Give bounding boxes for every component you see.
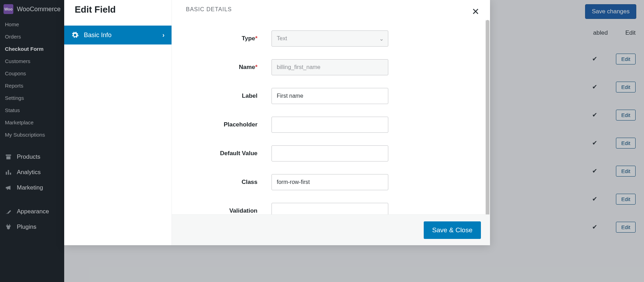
close-button[interactable]: ✕ [470,6,481,17]
chevron-right-icon: › [162,32,165,39]
scrollbar-thumb[interactable] [486,20,489,214]
type-value: Text [277,35,287,42]
tab-basic-info-label: Basic Info [84,32,157,39]
placeholder-label: Placeholder [186,121,271,128]
class-label: Class [186,179,271,186]
label-input[interactable] [271,88,388,104]
gear-icon [71,31,79,39]
default-value-label: Default Value [186,150,271,157]
default-value-input[interactable] [271,145,388,161]
validation-label: Validation [186,207,271,214]
modal-content: BASIC DETAILS ✕ Type* Text ⌄ Name* [172,0,490,245]
type-label: Type [242,35,255,42]
tab-basic-info[interactable]: Basic Info › [64,26,172,44]
section-title: BASIC DETAILS [186,6,232,13]
modal-sidebar: Edit Field Basic Info › [64,0,172,245]
scrollbar[interactable] [485,20,490,214]
class-input[interactable] [271,174,388,190]
modal-title: Edit Field [64,0,172,26]
label-label: Label [186,92,271,99]
validation-input[interactable] [271,203,388,214]
name-input [271,59,388,75]
type-select[interactable]: Text ⌄ [271,30,388,47]
placeholder-input[interactable] [271,117,388,133]
edit-field-modal: Edit Field Basic Info › BASIC DETAILS ✕ … [64,0,490,245]
name-label: Name [239,64,255,70]
save-close-button[interactable]: Save & Close [424,221,481,239]
chevron-down-icon: ⌄ [379,35,384,42]
